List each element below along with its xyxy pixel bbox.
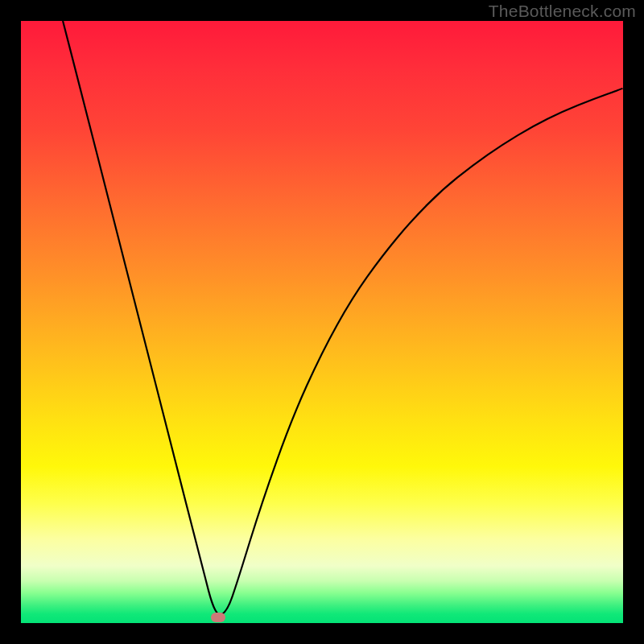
watermark-text: TheBottleneck.com [489, 2, 636, 21]
optimal-point-marker [211, 613, 225, 622]
plot-area [21, 21, 623, 623]
chart-frame: TheBottleneck.com [0, 0, 644, 644]
bottleneck-curve [21, 21, 623, 623]
